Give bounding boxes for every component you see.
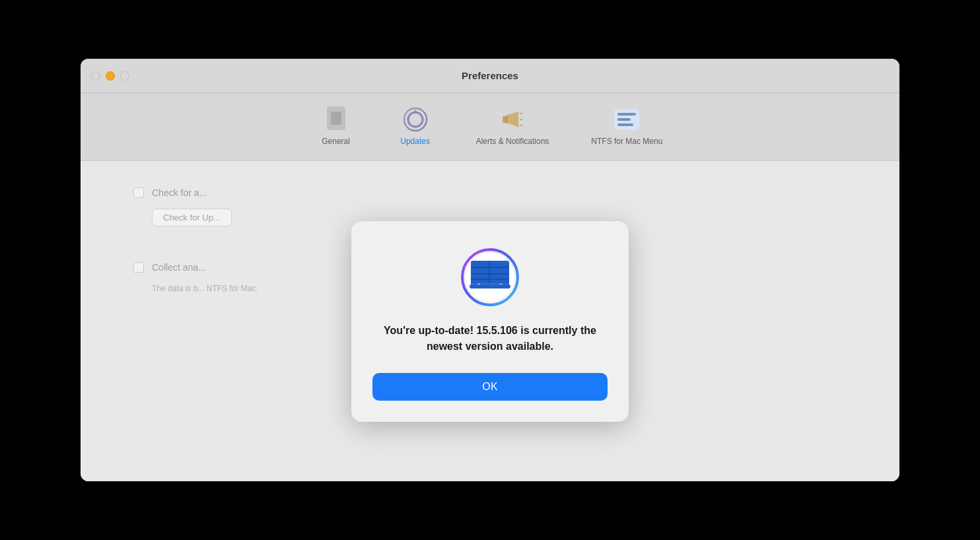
svg-rect-19 <box>489 261 490 286</box>
preferences-window: Preferences General <box>81 59 899 481</box>
traffic-lights <box>91 71 129 81</box>
content-area: Check for a... Check for Up... Collect a… <box>81 161 899 481</box>
general-icon <box>322 105 351 134</box>
tab-general[interactable]: General <box>310 101 363 150</box>
tab-updates-label: Updates <box>400 137 430 146</box>
ok-button[interactable]: OK <box>372 373 608 401</box>
tab-updates[interactable]: Updates <box>389 101 442 150</box>
ntfs-icon <box>612 105 641 134</box>
svg-rect-1 <box>331 112 341 125</box>
modal-overlay: You're up-to-date! 15.5.106 is currently… <box>81 161 899 481</box>
tab-alerts-label: Alerts & Notifications <box>476 137 549 146</box>
window-title: Preferences <box>462 70 518 81</box>
toolbar: General <box>81 93 899 161</box>
svg-line-8 <box>520 125 522 126</box>
svg-rect-11 <box>617 118 631 121</box>
svg-line-6 <box>520 113 522 114</box>
svg-rect-21 <box>470 285 510 288</box>
update-message: You're up-to-date! 15.5.106 is currently… <box>372 323 608 354</box>
tab-ntfs-label: NTFS for Mac Menu <box>591 137 662 146</box>
svg-rect-10 <box>617 113 636 116</box>
tab-general-label: General <box>322 137 350 146</box>
alerts-icon <box>498 105 527 134</box>
app-icon <box>460 248 520 307</box>
tab-alerts[interactable]: Alerts & Notifications <box>468 101 557 150</box>
title-bar: Preferences <box>81 59 899 93</box>
maximize-button[interactable] <box>120 71 129 81</box>
close-button[interactable] <box>91 71 100 81</box>
update-dialog: You're up-to-date! 15.5.106 is currently… <box>351 221 629 422</box>
svg-rect-5 <box>503 116 508 123</box>
minimize-button[interactable] <box>106 71 115 81</box>
tab-ntfs[interactable]: NTFS for Mac Menu <box>583 101 670 150</box>
svg-rect-12 <box>617 123 633 126</box>
updates-icon <box>401 105 430 134</box>
